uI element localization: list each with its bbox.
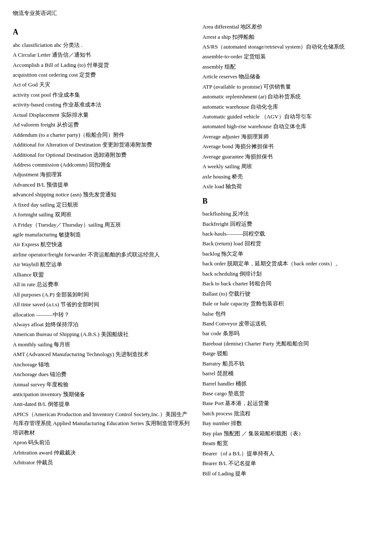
list-item: Bearer B/L 不记名提单 [202,459,379,468]
list-item: airline operator/freight forwarder 不营运船舶… [13,250,190,259]
list-item: backflushing 反冲法 [202,209,379,218]
list-item: automatic replenishment (ar) 自动补货系统 [202,92,379,101]
list-item: Bearer（of a B/L）提单持有人 [202,449,379,458]
list-item: All purposes (A.P) 全部装卸时间 [13,290,190,299]
list-item: Base Port 基本港，起运货量 [202,399,379,408]
list-item: assemble-to-order 定货组装 [202,52,379,61]
list-item: Bale or bale capacity 货舱包装容积 [202,299,379,308]
list-item: Automatic guided vehicle （AGV）自动导引车 [202,112,379,121]
list-item: Average adjuster 海损理算师 [202,132,379,141]
list-item: Article reserves 物品储备 [202,72,379,81]
section-a-left: A [13,26,190,39]
list-item: A Circular Letter 通告信／通知书 [13,50,190,59]
list-item: Adjustment 海损理算 [13,170,190,179]
list-item: ATP (available to promise) 可供销售量 [202,82,379,91]
right-entries-b-container: backflushing 反冲法Backfreight 回程运费back-hau… [202,209,379,478]
right-entries-a-container: Area differential 地区差价Arrest a ship 扣押船舶… [202,22,379,191]
left-entries-container: abc classificiation abc 分类法 .A Circular … [13,40,190,467]
list-item: Accomplish a Bill of Lading (to) 付单提货 [13,60,190,69]
list-item: abc classificiation abc 分类法 . [13,40,190,49]
list-item: acquisition cost ordering cost 定货费 [13,70,190,79]
list-item: A Friday（Tuesday／Thursday）sailing 周五班 [13,220,190,229]
list-item: Area differential 地区差价 [202,22,379,31]
list-item: Always afloat 始终保持浮泊 [13,320,190,329]
list-item: agile manufacturing 敏捷制造 [13,230,190,239]
left-column: A abc classificiation abc 分类法 .A Circula… [13,22,190,479]
list-item: Barrel handler 桶抓 [202,379,379,388]
list-item: Advanced B/L 预借提单 [13,180,190,189]
list-item: A fortnight sailing 双周班 [13,210,190,219]
list-item: Air Express 航空快递 [13,240,190,249]
list-item: balse 包件 [202,309,379,318]
list-item: Address commission (Addcomm) 回扣佣金 [13,160,190,169]
list-item: allocation ———中转？ [13,310,190,319]
list-item: Average bond 海损分摊担保书 [202,142,379,151]
list-item: Arbitrator 仲裁员 [13,458,190,467]
list-item: activity cost pool 作业成本集 [13,90,190,99]
list-item: backlog 拖欠定单 [202,249,379,258]
list-item: batch process 批流程 [202,409,379,418]
list-item: Apron 码头前沿 [13,438,190,447]
list-item: Base cargo 垫底货 [202,389,379,398]
list-item: Arbitration award 仲裁裁决 [13,448,190,457]
list-item: Additional for Alteration of Destination… [13,140,190,149]
list-item: All in rate 总运费率 [13,280,190,289]
list-item: AS/RS（automated storage/retrieval system… [202,42,379,51]
list-item: Average guarantee 海损担保书 [202,152,379,161]
list-item: Bill of Lading 提单 [202,469,379,478]
list-item: assembly 组配 [202,62,379,71]
list-item: Air Waybill 航空运单 [13,260,190,269]
list-item: axle housing 桥壳 [202,172,379,181]
section-b-right: B [202,195,379,208]
list-item: anticipation inventory 预期储备 [13,390,190,399]
list-item: All time saved (a.t.s) 节省的全部时间 [13,300,190,309]
list-item: Bareboat (demise) Charter Party 光船租船合同 [202,339,379,348]
list-item: Ballast (to) 空载行驶 [202,289,379,298]
list-item: Alliance 联盟 [13,270,190,279]
list-item: American Bureau of Shipping (A.B.S.) 美国船… [13,330,190,339]
list-item: Beam 船宽 [202,439,379,448]
list-item: A monthly sailing 每月班 [13,340,190,349]
list-item: Back to back charter 转租合同 [202,279,379,288]
list-item: Back (return) load 回程货 [202,239,379,248]
list-item: A weekly sailing 周班 [202,162,379,171]
list-item: Actual Displacement 实际排水量 [13,110,190,119]
list-item: Ad valorem freight 从价运费 [13,120,190,129]
list-item: A fixed day sailing 定日航班 [13,200,190,209]
list-item: barrel 琵琶桶 [202,369,379,378]
list-item: Barratry 船员不轨 [202,359,379,368]
right-column: Area differential 地区差价Arrest a ship 扣押船舶… [202,22,379,479]
list-item: APICS（American Production and Inventory … [13,410,190,437]
list-item: back-hauls———回程空载 [202,229,379,238]
list-item: Anchorage dues 锚泊费 [13,370,190,379]
list-item: advanced shipping notice (asn) 预先发货通知 [13,190,190,199]
list-item: back order 脱期定单，延期交货成本（back order costs）… [202,259,379,268]
list-item: Additional for Optional Destination 选卸港附… [13,150,190,159]
list-item: activity-based costing 作业基准成本法 [13,100,190,109]
list-item: Anti-dated B/L 倒签提单 [13,400,190,408]
page-title: 物流专业英语词汇 [13,9,379,18]
list-item: Arrest a ship 扣押船舶 [202,32,379,41]
list-item: Backfreight 回程运费 [202,219,379,228]
list-item: Band Conveyor 皮带运送机 [202,319,379,328]
list-item: Bay number 排数 [202,419,379,428]
list-item: Act of God 天灾 [13,80,190,89]
list-item: Addendum (to a charter party)（租船合同）附件 [13,130,190,139]
list-item: bar code 条形吗 [202,329,379,338]
list-item: Annual survey 年度检验 [13,380,190,389]
list-item: Barge 驳船 [202,349,379,358]
list-item: Axle load 轴负荷 [202,182,379,191]
list-item: automated high-rise warehouse 自动立体仓库 [202,122,379,131]
list-item: Bay plan 预配图 ／ 集装箱船积载图（表） [202,429,379,438]
list-item: AMT (Advanced Manufacturing Technology) … [13,350,190,359]
list-item: Anchorage 锚地 [13,360,190,369]
list-item: back scheduling 倒排计划 [202,269,379,278]
list-item: automatic warehouse 自动化仓库 [202,102,379,111]
